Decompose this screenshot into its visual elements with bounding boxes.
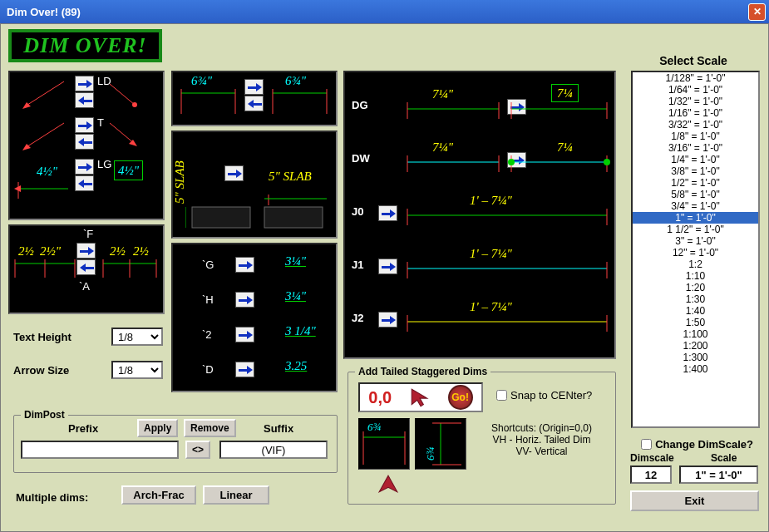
arrow-right-icon[interactable] bbox=[75, 159, 94, 175]
label-t: T bbox=[97, 116, 104, 129]
dim-right-boxed: 7¼ bbox=[551, 84, 579, 102]
label-lg: LG bbox=[97, 158, 111, 170]
arrow-right-icon[interactable] bbox=[235, 292, 254, 308]
dim-l: 6¾" bbox=[191, 74, 212, 88]
scale-item[interactable]: 1/8" = 1'-0" bbox=[633, 131, 758, 142]
multiple-dims-row: Multiple dims: bbox=[16, 491, 88, 504]
arrow-right-icon[interactable] bbox=[75, 117, 94, 133]
panel-dim-formats[interactable]: `G3¼"`H3¼"`23 1/4"`D3.25 bbox=[171, 243, 338, 392]
dimstyle-row-label: J0 bbox=[352, 205, 363, 218]
text-height-combo[interactable]: 1/8 bbox=[111, 328, 163, 346]
snap-center-check[interactable]: Snap to CENter? bbox=[496, 389, 592, 401]
change-dimscale-label: Change DimScale? bbox=[655, 438, 753, 451]
scale-item[interactable]: 1:30 bbox=[633, 293, 758, 305]
svg-marker-10 bbox=[14, 185, 21, 192]
panel-slab[interactable]: 5" SLAB 5" SLAB bbox=[171, 131, 338, 239]
arrow-right-icon[interactable] bbox=[76, 243, 96, 259]
scale-input[interactable] bbox=[679, 466, 758, 484]
arrow-size-label: Arrow Size bbox=[13, 364, 69, 377]
dimpost-title: DimPost bbox=[21, 409, 68, 421]
arrow-right-icon[interactable] bbox=[235, 327, 254, 342]
dim-left-value: 7¼" bbox=[432, 140, 453, 155]
scale-item[interactable]: 3/4" = 1'-0" bbox=[633, 200, 758, 212]
svg-marker-53 bbox=[412, 389, 426, 406]
arrow-left-icon[interactable] bbox=[75, 175, 94, 191]
arrow-right-icon[interactable] bbox=[244, 79, 264, 95]
arrow-right-icon[interactable] bbox=[378, 312, 397, 328]
close-button[interactable]: ✕ bbox=[748, 3, 766, 21]
scale-item[interactable]: 1:20 bbox=[633, 282, 758, 293]
arrow-left-icon[interactable] bbox=[75, 134, 94, 150]
scale-item[interactable]: 3/8" = 1'-0" bbox=[633, 165, 758, 177]
arrow-right-icon[interactable] bbox=[235, 362, 254, 377]
panel-fa[interactable]: `F `A 2½ 2½" 2½ 2½ bbox=[8, 224, 165, 314]
panel-leader-dim[interactable]: LD T LG 4½" 4½" bbox=[8, 71, 165, 220]
svg-rect-26 bbox=[264, 207, 323, 228]
text-height-label: Text Height bbox=[13, 331, 71, 343]
scale-item[interactable]: 1" = 1'-0" bbox=[633, 212, 758, 224]
scale-item[interactable]: 1/128" = 1'-0" bbox=[633, 72, 758, 84]
arrow-right-icon[interactable] bbox=[224, 165, 244, 181]
scale-item[interactable]: 1:2 bbox=[633, 259, 758, 270]
scale-item[interactable]: 5/8" = 1'-0" bbox=[633, 189, 758, 200]
window-title: Dim Over! (89) bbox=[3, 6, 81, 18]
titlebar[interactable]: Dim Over! (89) ✕ bbox=[0, 0, 769, 23]
dimstyle-row-label: J1 bbox=[352, 259, 363, 271]
scale-item[interactable]: 1/2" = 1'-0" bbox=[633, 177, 758, 189]
client-area: DIM OVER! LD T LG 4½" 4½" `F `A 2½ 2½" 2… bbox=[0, 23, 769, 532]
dimscale-input[interactable] bbox=[630, 466, 672, 484]
panel-top-dim[interactable]: 6¾" 6¾" bbox=[171, 71, 338, 126]
svg-point-43 bbox=[604, 159, 610, 165]
dim-value: 1' – 7¼" bbox=[470, 247, 512, 261]
scale-item[interactable]: 1:10 bbox=[633, 270, 758, 282]
arrow-left-icon[interactable] bbox=[244, 96, 264, 111]
prefix-label: Prefix bbox=[68, 422, 98, 435]
arrow-right-icon[interactable] bbox=[75, 76, 94, 91]
apply-button[interactable]: Apply bbox=[137, 419, 178, 437]
scale-item[interactable]: 1/64" = 1'-0" bbox=[633, 84, 758, 96]
scale-item[interactable]: 1:300 bbox=[633, 352, 758, 363]
scale-item[interactable]: 1:200 bbox=[633, 340, 758, 352]
scale-listbox[interactable]: 1/128" = 1'-0"1/64" = 1'-0"1/32" = 1'-0"… bbox=[631, 71, 760, 428]
cursor-up-icon[interactable] bbox=[377, 474, 399, 495]
arrow-right-icon[interactable] bbox=[378, 205, 397, 221]
scale-item[interactable]: 3/16" = 1'-0" bbox=[633, 142, 758, 154]
dim-2d: 2½ bbox=[133, 244, 149, 259]
scale-item[interactable]: 1/4" = 1'-0" bbox=[633, 154, 758, 165]
change-dimscale-check[interactable]: Change DimScale? bbox=[641, 438, 753, 451]
arrow-size-combo[interactable]: 1/8 bbox=[111, 361, 163, 379]
arrow-left-icon[interactable] bbox=[75, 92, 94, 108]
arrow-left-icon[interactable] bbox=[76, 259, 96, 275]
suffix-input[interactable] bbox=[219, 441, 328, 459]
linear-button[interactable]: Linear bbox=[203, 485, 269, 505]
preview-horiz[interactable]: 6¾ bbox=[358, 418, 410, 470]
text-height-row: Text Height 1/8 bbox=[13, 328, 163, 346]
change-dimscale-checkbox[interactable] bbox=[641, 439, 652, 450]
scale-item[interactable]: 3" = 1'-0" bbox=[633, 235, 758, 247]
go-button[interactable]: Go! bbox=[448, 385, 473, 410]
svg-line-6 bbox=[110, 123, 135, 144]
arch-frac-button[interactable]: Arch-Frac bbox=[121, 485, 196, 505]
panel-dim-styles[interactable]: DG7¼"7¼DW7¼"7¼J01' – 7¼"J11' – 7¼"J21' –… bbox=[343, 71, 616, 359]
swap-button[interactable]: <> bbox=[185, 441, 210, 459]
snap-checkbox[interactable] bbox=[496, 390, 507, 401]
format-dim-value: 3¼" bbox=[285, 289, 306, 303]
preview-vert[interactable]: 6¾ bbox=[415, 418, 466, 470]
arrow-right-icon[interactable] bbox=[378, 259, 397, 274]
exit-button[interactable]: Exit bbox=[630, 490, 759, 511]
scale-item[interactable]: 1:40 bbox=[633, 305, 758, 317]
remove-button[interactable]: Remove bbox=[184, 419, 236, 437]
scale-item[interactable]: 1/16" = 1'-0" bbox=[633, 107, 758, 119]
scale-item[interactable]: 1/32" = 1'-0" bbox=[633, 96, 758, 107]
dim-2a: 2½ bbox=[18, 244, 34, 259]
scale-item[interactable]: 1:100 bbox=[633, 328, 758, 340]
prefix-input[interactable] bbox=[21, 441, 179, 459]
scale-item[interactable]: 1:50 bbox=[633, 317, 758, 328]
cursor-icon[interactable] bbox=[409, 387, 431, 408]
dim-left: 4½" bbox=[37, 165, 57, 179]
scale-item[interactable]: 3/32" = 1'-0" bbox=[633, 119, 758, 131]
scale-item[interactable]: 1:400 bbox=[633, 363, 758, 375]
scale-item[interactable]: 1 1/2" = 1'-0" bbox=[633, 224, 758, 235]
scale-item[interactable]: 12" = 1'-0" bbox=[633, 247, 758, 259]
arrow-right-icon[interactable] bbox=[235, 257, 254, 273]
